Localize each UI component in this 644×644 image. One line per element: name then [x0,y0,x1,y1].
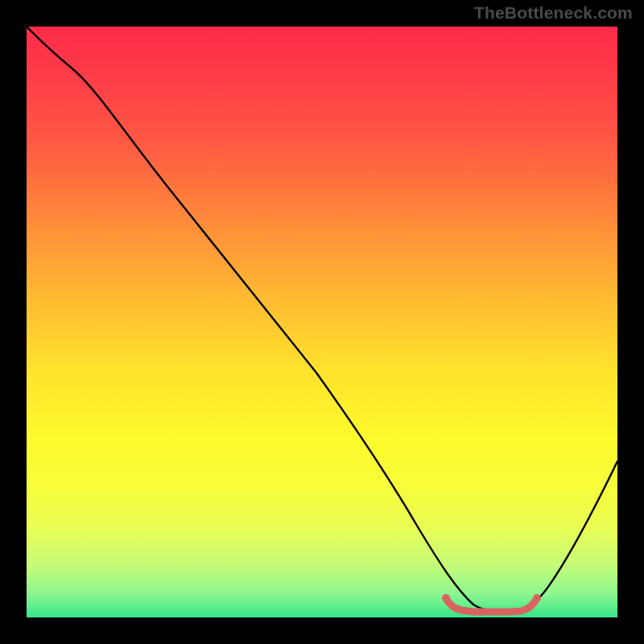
optimal-range-marker [446,598,537,612]
watermark-label: TheBottleneck.com [474,3,633,23]
bottleneck-curve [27,27,617,612]
optimal-range-end-left [442,594,450,602]
plot-area [27,27,617,617]
chart-frame: TheBottleneck.com [0,0,644,644]
curve-layer [27,27,617,617]
optimal-range-end-right [533,594,541,602]
